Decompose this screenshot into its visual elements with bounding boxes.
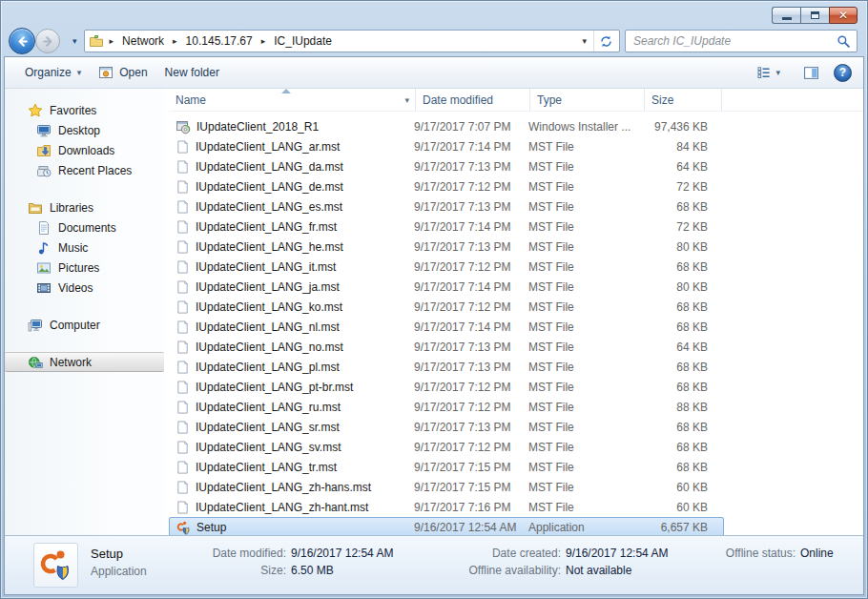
change-view-button[interactable]: ▾ <box>748 61 789 84</box>
desktop-icon <box>36 123 52 138</box>
search-input[interactable] <box>628 34 837 48</box>
detail-field-value: Online <box>800 547 834 560</box>
file-row-iupdateclient-lang-it-mst[interactable]: IUpdateClient_LANG_it.mst9/17/2017 7:12 … <box>169 257 724 277</box>
file-name-cell: IUpdateClient_LANG_tr.mst <box>170 460 414 475</box>
file-row-iupdateclient-lang-ru-mst[interactable]: IUpdateClient_LANG_ru.mst9/17/2017 7:12 … <box>169 397 724 417</box>
file-row-iupdateclient-lang-zh-hant-mst[interactable]: IUpdateClient_LANG_zh-hant.mst9/17/2017 … <box>169 497 724 517</box>
column-header-type[interactable]: Type <box>530 89 645 111</box>
sidebar-item-network[interactable]: Network <box>5 352 164 372</box>
file-row-iupdateclient-lang-tr-mst[interactable]: IUpdateClient_LANG_tr.mst9/17/2017 7:15 … <box>169 457 724 477</box>
file-row-iupdateclient-lang-ja-mst[interactable]: IUpdateClient_LANG_ja.mst9/17/2017 7:14 … <box>169 277 724 297</box>
new-folder-button[interactable]: New folder <box>156 62 228 83</box>
file-size: 68 KB <box>641 441 717 454</box>
sidebar-item-desktop[interactable]: Desktop <box>5 120 164 140</box>
sidebar-item-favorites[interactable]: Favorites <box>5 100 164 120</box>
file-date-modified: 9/17/2017 7:14 PM <box>414 220 528 234</box>
file-size: 72 KB <box>641 220 717 234</box>
column-header-size[interactable]: Size <box>645 89 722 111</box>
column-header-name[interactable]: Name ▾ <box>169 89 416 111</box>
file-row-iupdateclient-lang-da-mst[interactable]: IUpdateClient_LANG_da.mst9/17/2017 7:13 … <box>169 156 724 176</box>
file-name-cell: IUpdateClient_LANG_pl.mst <box>170 360 414 375</box>
new-folder-label: New folder <box>165 66 219 79</box>
page-icon <box>176 460 190 475</box>
file-row-setup[interactable]: Setup9/16/2017 12:54 AMApplication6,657 … <box>169 517 724 537</box>
file-row-iupdateclient-lang-ar-mst[interactable]: IUpdateClient_LANG_ar.mst9/17/2017 7:14 … <box>169 136 724 156</box>
breadcrumb-network[interactable]: Network <box>117 32 169 50</box>
file-name: Setup <box>196 521 226 534</box>
file-size: 68 KB <box>641 381 717 394</box>
file-type: MST File <box>528 401 641 414</box>
file-row-iupdateclient-lang-sv-mst[interactable]: IUpdateClient_LANG_sv.mst9/17/2017 7:12 … <box>169 437 724 457</box>
open-button[interactable]: Open <box>90 61 155 84</box>
selected-file-summary: Setup Application <box>91 543 186 578</box>
sidebar-item-libraries[interactable]: Libraries <box>5 197 164 217</box>
preview-pane-button[interactable] <box>798 61 824 85</box>
back-arrow-icon <box>15 34 30 49</box>
file-size: 80 KB <box>641 280 717 294</box>
sidebar-item-computer[interactable]: Computer <box>5 315 164 335</box>
minimize-button[interactable] <box>772 7 800 24</box>
sidebar-item-label: Pictures <box>58 261 99 275</box>
refresh-icon <box>599 34 613 49</box>
file-row-iupdateclient-lang-es-mst[interactable]: IUpdateClient_LANG_es.mst9/17/2017 7:13 … <box>169 196 724 217</box>
file-row-iupdateclient-lang-de-mst[interactable]: IUpdateClient_LANG_de.mst9/17/2017 7:12 … <box>169 176 724 196</box>
organize-button[interactable]: Organize ▾ <box>16 62 90 83</box>
maximize-button[interactable] <box>800 7 829 24</box>
breadcrumb-host[interactable]: 10.145.17.67 <box>181 32 258 50</box>
file-size: 64 KB <box>641 160 717 174</box>
close-button[interactable]: ✕ <box>829 7 858 24</box>
file-row-iupdateclient-lang-zh-hans-mst[interactable]: IUpdateClient_LANG_zh-hans.mst9/17/2017 … <box>169 477 724 497</box>
back-button[interactable] <box>9 28 35 54</box>
title-bar: ✕ <box>1 1 867 28</box>
file-row-iupdateclient-lang-sr-mst[interactable]: IUpdateClient_LANG_sr.mst9/17/2017 7:13 … <box>169 417 724 437</box>
file-name: IUpdateClient_LANG_pt-br.mst <box>196 381 353 394</box>
page-icon <box>176 320 190 335</box>
sidebar-item-pictures[interactable]: Pictures <box>5 258 164 278</box>
file-name-cell: IUpdateClient_LANG_es.mst <box>170 199 414 215</box>
detail-field-label: Offline status: <box>712 547 796 560</box>
detail-field-size-: Size:6.50 MB <box>198 564 437 577</box>
file-row-iupdateclient-2018-r1[interactable]: IUpdateClient_2018_R19/17/2017 7:07 PMWi… <box>169 116 724 136</box>
file-name: IUpdateClient_LANG_ja.mst <box>196 280 340 294</box>
address-dropdown-caret[interactable]: ▾ <box>575 36 593 46</box>
detail-field-value: 9/16/2017 12:54 AM <box>566 547 668 560</box>
sidebar-item-label: Computer <box>50 319 100 332</box>
file-size: 60 KB <box>641 481 717 494</box>
help-button[interactable]: ? <box>834 64 852 82</box>
file-row-iupdateclient-lang-pl-mst[interactable]: IUpdateClient_LANG_pl.mst9/17/2017 7:13 … <box>169 357 724 377</box>
recent-pages-caret[interactable]: ▾ <box>72 36 77 46</box>
file-date-modified: 9/17/2017 7:15 PM <box>414 461 528 474</box>
sidebar-item-downloads[interactable]: Downloads <box>5 140 164 160</box>
file-size: 68 KB <box>641 421 717 434</box>
file-size: 68 KB <box>641 200 717 214</box>
refresh-button[interactable] <box>593 31 618 52</box>
forward-button[interactable] <box>35 29 60 53</box>
file-row-iupdateclient-lang-he-mst[interactable]: IUpdateClient_LANG_he.mst9/17/2017 7:13 … <box>169 237 724 257</box>
filter-caret-icon[interactable]: ▾ <box>404 95 409 105</box>
sidebar-item-videos[interactable]: Videos <box>5 278 164 298</box>
sidebar-section-computer: Computer <box>5 315 164 335</box>
file-type: MST File <box>528 180 641 194</box>
file-row-iupdateclient-lang-fr-mst[interactable]: IUpdateClient_LANG_fr.mst9/17/2017 7:14 … <box>169 217 724 237</box>
file-name-cell: IUpdateClient_LANG_sr.mst <box>170 420 414 435</box>
file-size: 84 KB <box>641 140 717 154</box>
detail-field-date-created-: Date created:9/16/2017 12:54 AM <box>437 547 712 560</box>
selected-file-icon-well <box>33 543 78 588</box>
column-header-date-modified[interactable]: Date modified <box>416 89 530 111</box>
file-row-iupdateclient-lang-no-mst[interactable]: IUpdateClient_LANG_no.mst9/17/2017 7:13 … <box>169 337 724 357</box>
sidebar-item-music[interactable]: Music <box>5 238 164 258</box>
file-date-modified: 9/17/2017 7:12 PM <box>414 300 528 314</box>
sidebar-item-documents[interactable]: Documents <box>5 217 164 238</box>
address-bar[interactable]: ▸ Network ▸ 10.145.17.67 ▸ IC_IUpdate ▾ <box>84 30 620 52</box>
sidebar-item-recent-places[interactable]: Recent Places <box>5 160 164 180</box>
file-name: IUpdateClient_LANG_fr.mst <box>196 220 337 234</box>
file-row-iupdateclient-lang-pt-br-mst[interactable]: IUpdateClient_LANG_pt-br.mst9/17/2017 7:… <box>169 377 724 397</box>
page-icon <box>176 219 190 235</box>
file-size: 80 KB <box>641 240 717 254</box>
search-icon[interactable] <box>837 34 851 49</box>
file-row-iupdateclient-lang-nl-mst[interactable]: IUpdateClient_LANG_nl.mst9/17/2017 7:14 … <box>169 317 724 337</box>
file-type: MST File <box>528 240 641 254</box>
breadcrumb-folder[interactable]: IC_IUpdate <box>269 32 337 50</box>
file-name-cell: IUpdateClient_2018_R1 <box>170 119 414 134</box>
file-row-iupdateclient-lang-ko-mst[interactable]: IUpdateClient_LANG_ko.mst9/17/2017 7:12 … <box>169 297 724 317</box>
